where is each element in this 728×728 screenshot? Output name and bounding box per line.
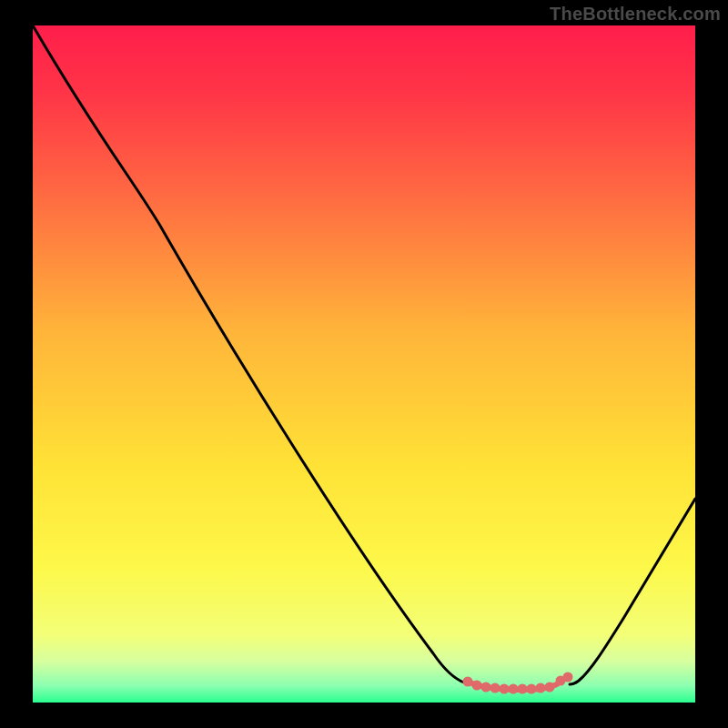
highlight-dot (481, 682, 491, 693)
highlight-dots (463, 672, 573, 694)
highlight-dot (509, 684, 519, 694)
highlight-dot (536, 683, 546, 693)
curve-left-branch (33, 25, 467, 683)
highlight-dot (527, 684, 537, 694)
curve-layer (33, 25, 695, 703)
curve-right-branch (570, 499, 695, 684)
highlight-dot (563, 672, 573, 682)
highlight-dot (545, 682, 555, 693)
highlight-dot (463, 677, 473, 687)
watermark-text: TheBottleneck.com (550, 4, 721, 25)
plot-area (33, 25, 695, 703)
highlight-dot (500, 684, 510, 694)
highlight-dot (472, 681, 482, 691)
highlight-dot (490, 683, 500, 693)
highlight-dot (518, 684, 528, 694)
chart-root: TheBottleneck.com (0, 0, 728, 728)
